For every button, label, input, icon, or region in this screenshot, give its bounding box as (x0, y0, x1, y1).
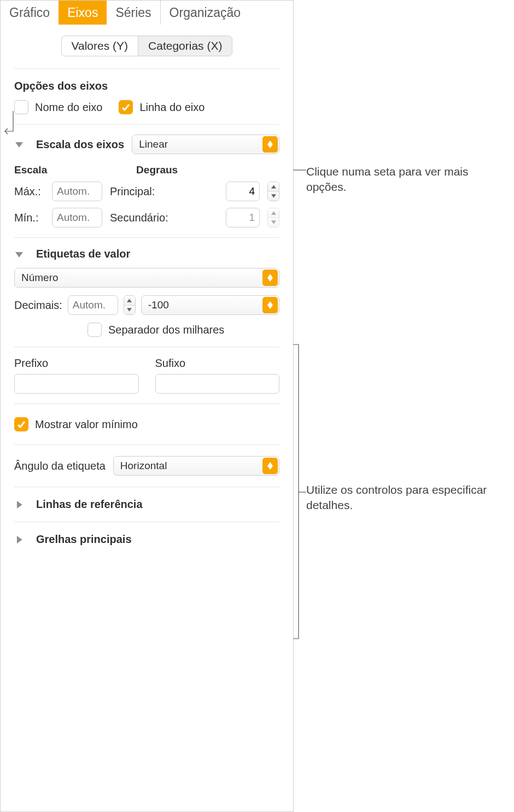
checkbox-show-min[interactable] (14, 417, 28, 431)
decimals-step-up[interactable] (124, 296, 135, 305)
main-tabs: Gráfico Eixos Séries Organização (1, 1, 293, 25)
disclosure-major-grids-icon[interactable] (14, 535, 24, 545)
min-input[interactable] (52, 208, 102, 227)
decimals-label: Decimais: (14, 299, 62, 312)
format-select[interactable]: Número (14, 268, 279, 288)
show-min-label: Mostrar valor mínimo (35, 418, 138, 431)
updown-icon (262, 136, 278, 153)
major-grids-row[interactable]: Grelhas principais (14, 522, 279, 557)
axis-scale-select-value: Linear (139, 138, 168, 150)
updown-icon (262, 458, 278, 474)
disclosure-reference-lines-icon[interactable] (14, 500, 24, 510)
label-linha-eixo: Linha do eixo (139, 101, 205, 114)
svg-marker-13 (267, 305, 273, 309)
svg-marker-9 (267, 278, 273, 282)
show-min-section: Mostrar valor mínimo (14, 404, 279, 445)
axis-scale-heading: Escala dos eixos (36, 138, 124, 151)
escala-heading: Escala (14, 164, 136, 176)
svg-marker-8 (267, 274, 273, 278)
prefix-input[interactable] (14, 374, 139, 394)
svg-marker-7 (16, 252, 22, 256)
max-label: Máx.: (14, 185, 44, 198)
secundario-input[interactable] (226, 208, 260, 227)
disclosure-value-labels-icon[interactable] (14, 249, 24, 259)
principal-step-down[interactable] (268, 191, 279, 201)
secundario-stepper[interactable] (267, 208, 279, 227)
svg-marker-4 (271, 195, 276, 198)
checkbox-thousands[interactable] (87, 323, 102, 337)
sign-select[interactable]: -100 (141, 295, 279, 315)
secundario-label: Secundário: (110, 212, 168, 224)
main-tab-organizacao[interactable]: Organização (160, 1, 249, 25)
suffix-input[interactable] (155, 374, 280, 394)
disclosure-axis-scale-icon[interactable] (14, 139, 24, 149)
max-input[interactable] (52, 182, 102, 201)
axis-scale-select[interactable]: Linear (132, 135, 279, 154)
svg-marker-3 (271, 185, 276, 188)
main-tab-grafico[interactable]: Gráfico (1, 1, 59, 25)
reference-lines-row[interactable]: Linhas de referência (14, 487, 279, 522)
main-tab-series[interactable]: Séries (107, 1, 160, 25)
format-select-value: Número (21, 272, 59, 284)
label-angle-select-value: Horizontal (120, 460, 167, 472)
axis-scale-section: Escala dos eixos Linear Escala Degraus M… (14, 125, 279, 238)
prefix-label: Prefixo (14, 357, 139, 370)
principal-input[interactable] (226, 182, 260, 201)
value-labels-section: Etiquetas de valor Número Decimais: -100 (14, 238, 279, 347)
decimals-step-down[interactable] (124, 305, 135, 315)
svg-marker-1 (267, 141, 273, 144)
principal-stepper[interactable] (267, 182, 279, 201)
secundario-step-down[interactable] (268, 218, 279, 227)
svg-marker-2 (267, 144, 273, 148)
svg-marker-14 (267, 462, 273, 466)
callout-top: Clique numa seta para ver mais opções. (306, 164, 509, 195)
axis-options-section: Opções dos eixos Nome do eixo Linha do e… (14, 69, 279, 125)
inspector-panel: Gráfico Eixos Séries Organização Valores… (0, 0, 294, 812)
reference-lines-heading: Linhas de referência (36, 498, 143, 511)
principal-label: Principal: (110, 185, 155, 198)
label-nome-eixo: Nome do eixo (35, 101, 102, 114)
svg-marker-10 (127, 299, 132, 302)
label-angle-section: Ângulo da etiqueta Horizontal (14, 445, 279, 487)
updown-icon (262, 270, 278, 286)
svg-marker-17 (17, 536, 22, 543)
min-label: Mín.: (14, 212, 44, 224)
svg-marker-12 (267, 301, 273, 305)
label-angle-label: Ângulo da etiqueta (14, 460, 106, 472)
subtab-categorias-x[interactable]: Categorias (X) (138, 36, 232, 56)
prefix-suffix-section: Prefixo Sufixo (14, 347, 279, 404)
axis-options-heading: Opções dos eixos (14, 80, 279, 92)
decimals-input[interactable] (68, 295, 118, 315)
decimals-stepper[interactable] (124, 295, 136, 315)
sign-select-value: -100 (148, 299, 169, 311)
thousands-label: Separador dos milhares (108, 324, 224, 336)
callout-bottom: Utilize os controlos para especificar de… (306, 482, 509, 513)
principal-step-up[interactable] (268, 182, 279, 191)
degraus-heading: Degraus (136, 164, 279, 176)
checkbox-nome-eixo[interactable] (14, 100, 28, 114)
svg-marker-15 (267, 466, 273, 470)
checkbox-linha-eixo[interactable] (119, 100, 133, 114)
svg-marker-6 (271, 221, 276, 224)
svg-marker-11 (127, 308, 132, 312)
major-grids-heading: Grelhas principais (36, 533, 132, 546)
value-labels-heading: Etiquetas de valor (36, 248, 130, 260)
suffix-label: Sufixo (155, 357, 280, 370)
axis-subtabs: Valores (Y) Categorias (X) (14, 25, 279, 69)
svg-marker-16 (17, 501, 22, 508)
svg-marker-5 (271, 211, 276, 214)
label-angle-select[interactable]: Horizontal (113, 456, 279, 476)
main-tab-eixos[interactable]: Eixos (59, 1, 107, 25)
secundario-step-up[interactable] (268, 208, 279, 218)
subtab-valores-y[interactable]: Valores (Y) (62, 36, 138, 56)
svg-marker-0 (16, 143, 22, 147)
updown-icon (262, 297, 278, 313)
